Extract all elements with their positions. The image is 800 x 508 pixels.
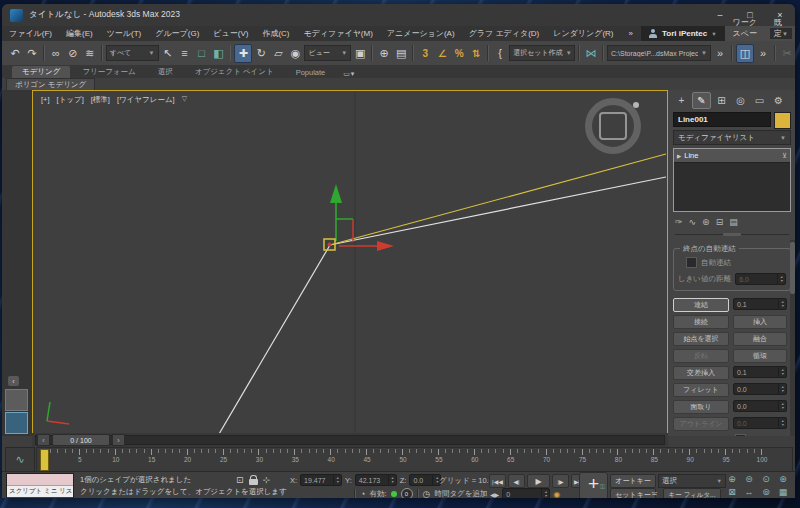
rollout-divider[interactable] <box>675 234 789 238</box>
make-unique-icon[interactable]: ⊛ <box>702 217 710 227</box>
center-checkbox[interactable] <box>735 434 746 436</box>
fillet-button[interactable]: フィレット <box>673 383 729 397</box>
snap-3d-toggle[interactable]: 3 <box>417 45 433 62</box>
layout-tab-thumbnail-active[interactable] <box>5 412 28 434</box>
spinner-snap-toggle[interactable]: ⇅ <box>468 45 484 62</box>
rectangular-region-icon[interactable]: □ <box>194 45 210 62</box>
connect-button[interactable]: 接続 <box>673 315 729 329</box>
project-folder-dropdown[interactable]: C:\Storage\P...dsMax Project ▼ <box>607 45 711 61</box>
modifier-list-dropdown[interactable]: モディファイヤリスト ▼ <box>673 130 791 145</box>
time-slider-value[interactable]: 0 / 100 <box>52 434 110 446</box>
window-crossing-icon[interactable]: ◧ <box>211 45 227 62</box>
viewport-menu-style[interactable]: [ワイヤフレーム] <box>117 95 175 105</box>
menu-tools[interactable]: ツール(T) <box>100 28 149 39</box>
select-manipulate-icon[interactable]: ⊕ <box>376 45 392 62</box>
select-move-button[interactable]: ✚ <box>234 44 252 63</box>
ribbon-tab-freeform[interactable]: フリーフォーム <box>72 66 145 78</box>
angle-snap-toggle[interactable]: ∠ <box>434 45 450 62</box>
select-object-icon[interactable]: ↖ <box>160 45 176 62</box>
vertex-point[interactable] <box>328 243 332 247</box>
go-to-start-button[interactable]: |◀◀ <box>489 474 506 488</box>
menu-views[interactable]: ビュー(V) <box>206 28 255 39</box>
scrollbar-thumb[interactable] <box>790 242 795 294</box>
notification-badge[interactable]: 0 <box>401 488 413 498</box>
viewport-menu-general[interactable]: [+] <box>41 95 50 105</box>
fillet-spinner[interactable]: 0.0 ▴▾ <box>733 383 787 395</box>
auto-weld-checkbox[interactable] <box>686 257 697 268</box>
select-by-name-icon[interactable]: ≡ <box>177 45 193 62</box>
weld-button[interactable]: 連結 <box>673 298 729 312</box>
add-time-tag[interactable]: 時間タグを追加 <box>434 489 487 498</box>
spin-down-icon[interactable]: ▾ <box>781 372 783 376</box>
panel-scrollbar[interactable] <box>790 240 795 436</box>
key-selection-dropdown[interactable]: 選択 ▼ <box>658 474 726 488</box>
stack-item-line[interactable]: ▶ Line ⊻ <box>674 149 790 163</box>
spin-down-icon[interactable]: ▾ <box>436 480 438 484</box>
spin-down-icon[interactable]: ▾ <box>781 304 783 308</box>
next-frame-arrow[interactable]: › <box>112 434 125 446</box>
workspace-select[interactable]: 既定値 ▼ <box>770 28 792 39</box>
spin-down-icon[interactable]: ▾ <box>545 494 547 498</box>
menu-rendering[interactable]: レンダリング(R) <box>546 28 620 39</box>
select-rotate-button[interactable]: ↻ <box>253 45 269 62</box>
hierarchy-tab-icon[interactable]: ⊞ <box>713 93 730 108</box>
pin-stack-icon[interactable]: ✑ <box>675 217 683 227</box>
ribbon-tab-selection[interactable]: 選択 <box>148 66 183 78</box>
menu-graph-editors[interactable]: グラフ エディタ(D) <box>462 28 547 39</box>
menu-create[interactable]: 作成(C) <box>255 28 296 39</box>
previous-frame-arrow[interactable]: ‹ <box>37 434 50 446</box>
outline-button[interactable]: アウトライン <box>673 417 729 431</box>
spin-down-icon[interactable]: ▾ <box>391 480 393 484</box>
menu-edit[interactable]: 編集(E) <box>59 28 100 39</box>
maxscript-mini-listener[interactable]: スクリプト ミニ リス <box>6 473 74 498</box>
auto-key-button[interactable]: オートキー <box>610 474 656 488</box>
gizmo-y-arrowhead[interactable] <box>330 184 342 203</box>
macro-recorder-pane[interactable] <box>7 474 73 486</box>
display-tab-icon[interactable]: ▭ <box>751 93 768 108</box>
key-filters-button[interactable]: キー フィルタ... <box>663 488 721 498</box>
viewport-top[interactable]: [+] [トップ] [標準] [ワイヤフレーム] ▽ <box>32 90 668 436</box>
selection-filter-dropdown[interactable]: すべて ▼ <box>106 45 159 61</box>
spline-segment-selected[interactable] <box>330 154 666 245</box>
adaptive-degradation-icon[interactable]: ◔ <box>360 489 365 498</box>
layout-tab-arrow[interactable]: ‹ <box>8 376 19 386</box>
menu-group[interactable]: グループ(G) <box>148 28 206 39</box>
y-coordinate-field[interactable]: 42.173 ▴▾ <box>355 474 397 486</box>
listener-pane[interactable]: スクリプト ミニ リス <box>7 486 73 497</box>
menu-modifiers[interactable]: モディファイヤ(M) <box>297 28 380 39</box>
time-slider-groove[interactable] <box>35 435 665 445</box>
menu-animation[interactable]: アニメーション(A) <box>380 28 462 39</box>
viewport-filter-icon[interactable]: ▽ <box>182 95 187 105</box>
menu-file[interactable]: ファイル(F) <box>2 28 59 39</box>
orbit-icon[interactable]: ⊚ <box>758 486 774 498</box>
select-scale-button[interactable]: ▱ <box>270 45 286 62</box>
set-key-button[interactable]: セットキー <box>610 488 656 498</box>
reverse-button[interactable]: 反転 <box>673 349 729 363</box>
redo-button[interactable]: ↷ <box>24 45 40 62</box>
menu-overflow[interactable]: » <box>621 29 641 38</box>
pivot-point-icon[interactable]: ▣ <box>352 45 368 62</box>
spin-down-icon[interactable]: ▾ <box>781 406 783 410</box>
remove-modifier-icon[interactable]: ⊟ <box>716 217 724 227</box>
percent-snap-toggle[interactable]: % <box>451 45 467 62</box>
render-setup-icon[interactable]: ✂ <box>779 45 795 62</box>
pan-icon[interactable]: ↔ <box>741 486 757 498</box>
expand-arrow-icon[interactable]: ▶ <box>677 153 681 159</box>
play-button[interactable]: ▶ <box>527 474 550 488</box>
spin-down-icon[interactable]: ▾ <box>781 389 783 393</box>
outline-spinner[interactable]: 0.0 ▴▾ <box>733 417 787 429</box>
maximize-viewport-icon[interactable]: ▦ <box>775 486 791 498</box>
utilities-tab-icon[interactable]: ⚙ <box>770 93 787 108</box>
ribbon-tab-modeling[interactable]: モデリング <box>12 66 70 78</box>
object-name-field[interactable]: Line001 <box>673 112 771 127</box>
spline-segment[interactable] <box>330 177 666 245</box>
undo-button[interactable]: ↶ <box>7 45 23 62</box>
reference-coordinate-dropdown[interactable]: ビュー ▼ <box>304 45 351 61</box>
chamfer-spinner[interactable]: 0.0 ▴▾ <box>733 400 787 412</box>
chamfer-button[interactable]: 面取り <box>673 400 729 414</box>
time-slider[interactable]: ‹ 0 / 100 › <box>32 433 668 447</box>
named-selection-set-dropdown[interactable]: 選択セット作成 ▼ <box>509 45 575 61</box>
current-frame-field[interactable]: 0 ▴▾ <box>502 488 550 498</box>
track-bar[interactable]: 0510152025303540455055606570758085909510… <box>36 447 793 472</box>
zoom-extents-all-icon[interactable]: ⊛ <box>775 473 791 485</box>
